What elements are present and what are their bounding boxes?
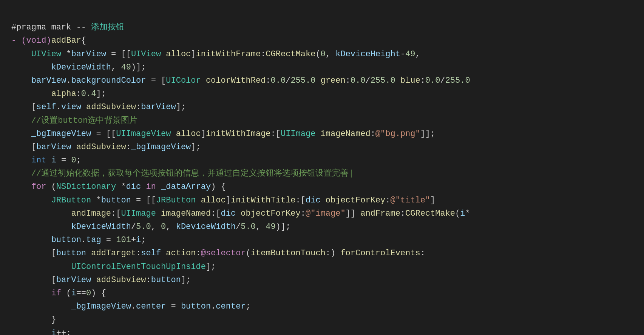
line-for: for (NSDictionary *dic in _dataArray) { <box>11 182 226 191</box>
line-bgimageview: _bgImageView = [[UIImageView alloc]initW… <box>11 129 435 139</box>
line-uiview: UIView *barView = [[UIView alloc]initWit… <box>11 49 420 59</box>
line-addsubview3: [barView addSubview:button]; <box>11 275 191 285</box>
line-uicontrol: UIControlEventTouchUpInside]; <box>11 262 216 272</box>
line-comment2: //通过初始化数据，获取每个选项按钮的信息，并通过自定义按钮将选项按钮设置完善| <box>11 169 354 178</box>
line-increment: i++; <box>11 329 71 335</box>
line-void: - (void)addBar{ <box>11 36 86 45</box>
line-center: _bgImageView.center = button.center; <box>11 302 251 311</box>
line-bgcolor: barView.backgroundColor = [UIColor color… <box>11 76 470 85</box>
line-addtarget: [button addTarget:self action:@selector(… <box>11 249 425 258</box>
line-jrbutton: JRButton *button = [[JRButton alloc]init… <box>11 196 435 205</box>
line-close-if: } <box>11 315 56 324</box>
line-if: if (i==0) { <box>11 289 106 298</box>
line-cont1: kDeviceWidth, 49)]; <box>11 63 146 72</box>
line-kdevice: kDeviceWidth/5.0, 0, kDeviceWidth/5.0, 4… <box>11 222 290 232</box>
line-andimage: andImage:[UIImage imageNamed:[dic object… <box>11 209 470 218</box>
line-buttontag: button.tag = 101+i; <box>11 235 146 245</box>
code-editor: #pragma mark -- 添加按钮 - (void)addBar{ UIV… <box>11 8 633 335</box>
line-pragma: #pragma mark -- 添加按钮 <box>11 23 124 32</box>
line-alpha: alpha:0.4]; <box>11 89 106 99</box>
line-int: int i = 0; <box>11 156 81 165</box>
line-comment1: //设置button选中背景图片 <box>11 116 137 125</box>
line-addsubview1: [self.view addSubview:barView]; <box>11 102 186 112</box>
line-addsubview2: [barView addSubview:_bgImageView]; <box>11 142 201 152</box>
